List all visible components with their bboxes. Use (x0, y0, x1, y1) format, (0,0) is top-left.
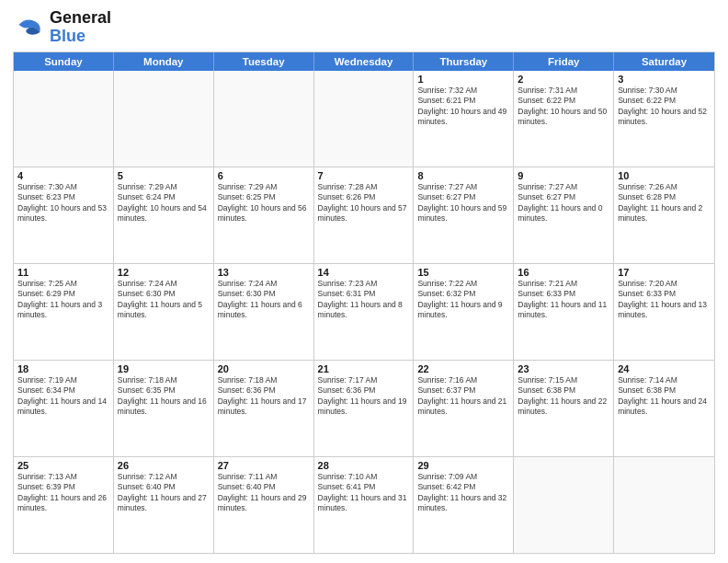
cal-cell: 19Sunrise: 7:18 AM Sunset: 6:35 PM Dayli… (114, 361, 214, 456)
day-info: Sunrise: 7:11 AM Sunset: 6:40 PM Dayligh… (218, 472, 310, 514)
day-number: 28 (318, 460, 410, 471)
cal-cell: 5Sunrise: 7:29 AM Sunset: 6:24 PM Daylig… (114, 167, 214, 263)
day-number: 17 (618, 267, 711, 278)
day-number: 2 (518, 74, 609, 85)
day-number: 8 (417, 170, 509, 181)
day-number: 25 (17, 460, 109, 471)
cal-cell: 16Sunrise: 7:21 AM Sunset: 6:33 PM Dayli… (514, 264, 614, 360)
day-header-monday: Monday (114, 52, 214, 71)
day-info: Sunrise: 7:16 AM Sunset: 6:37 PM Dayligh… (417, 375, 509, 418)
day-info: Sunrise: 7:18 AM Sunset: 6:36 PM Dayligh… (218, 375, 310, 418)
calendar-row-3: 18Sunrise: 7:19 AM Sunset: 6:34 PM Dayli… (14, 360, 714, 456)
day-info: Sunrise: 7:31 AM Sunset: 6:22 PM Dayligh… (518, 86, 609, 128)
cal-cell: 22Sunrise: 7:16 AM Sunset: 6:37 PM Dayli… (414, 361, 514, 456)
cal-cell (14, 71, 114, 167)
day-number: 5 (118, 170, 210, 181)
calendar-header-row: SundayMondayTuesdayWednesdayThursdayFrid… (14, 52, 714, 71)
cal-cell: 11Sunrise: 7:25 AM Sunset: 6:29 PM Dayli… (14, 264, 114, 360)
day-info: Sunrise: 7:19 AM Sunset: 6:34 PM Dayligh… (17, 375, 109, 418)
cal-cell: 8Sunrise: 7:27 AM Sunset: 6:27 PM Daylig… (414, 167, 514, 263)
day-info: Sunrise: 7:09 AM Sunset: 6:42 PM Dayligh… (417, 472, 509, 514)
cal-cell: 28Sunrise: 7:10 AM Sunset: 6:41 PM Dayli… (314, 457, 415, 553)
day-info: Sunrise: 7:26 AM Sunset: 6:28 PM Dayligh… (618, 182, 711, 224)
day-number: 1 (417, 74, 509, 85)
day-info: Sunrise: 7:14 AM Sunset: 6:38 PM Dayligh… (618, 375, 711, 418)
cal-cell: 7Sunrise: 7:28 AM Sunset: 6:26 PM Daylig… (314, 167, 415, 263)
calendar-row-1: 4Sunrise: 7:30 AM Sunset: 6:23 PM Daylig… (14, 167, 714, 263)
day-info: Sunrise: 7:23 AM Sunset: 6:31 PM Dayligh… (318, 279, 410, 321)
cal-cell: 26Sunrise: 7:12 AM Sunset: 6:40 PM Dayli… (114, 457, 214, 553)
cal-cell: 12Sunrise: 7:24 AM Sunset: 6:30 PM Dayli… (114, 264, 214, 360)
day-info: Sunrise: 7:30 AM Sunset: 6:22 PM Dayligh… (618, 86, 711, 128)
day-info: Sunrise: 7:20 AM Sunset: 6:33 PM Dayligh… (618, 279, 711, 321)
day-info: Sunrise: 7:21 AM Sunset: 6:33 PM Dayligh… (518, 279, 609, 321)
day-info: Sunrise: 7:13 AM Sunset: 6:39 PM Dayligh… (17, 472, 109, 514)
day-number: 3 (618, 74, 711, 85)
day-number: 15 (417, 267, 509, 278)
day-number: 6 (218, 170, 310, 181)
day-number: 27 (218, 460, 310, 471)
day-number: 11 (17, 267, 109, 278)
day-info: Sunrise: 7:27 AM Sunset: 6:27 PM Dayligh… (518, 182, 609, 224)
logo: General Blue (13, 9, 111, 46)
day-number: 18 (17, 363, 109, 374)
day-header-sunday: Sunday (14, 52, 114, 71)
calendar-body: 1Sunrise: 7:32 AM Sunset: 6:21 PM Daylig… (14, 71, 714, 553)
cal-cell: 6Sunrise: 7:29 AM Sunset: 6:25 PM Daylig… (214, 167, 314, 263)
cal-cell: 27Sunrise: 7:11 AM Sunset: 6:40 PM Dayli… (214, 457, 314, 553)
day-number: 19 (118, 363, 210, 374)
cal-cell: 10Sunrise: 7:26 AM Sunset: 6:28 PM Dayli… (614, 167, 714, 263)
day-info: Sunrise: 7:27 AM Sunset: 6:27 PM Dayligh… (417, 182, 509, 224)
page: General Blue SundayMondayTuesdayWednesda… (0, 0, 728, 563)
day-header-wednesday: Wednesday (314, 52, 415, 71)
day-number: 21 (318, 363, 410, 374)
day-number: 29 (417, 460, 509, 471)
day-info: Sunrise: 7:24 AM Sunset: 6:30 PM Dayligh… (118, 279, 210, 321)
day-info: Sunrise: 7:17 AM Sunset: 6:36 PM Dayligh… (318, 375, 410, 418)
day-header-friday: Friday (514, 52, 614, 71)
day-info: Sunrise: 7:32 AM Sunset: 6:21 PM Dayligh… (417, 86, 509, 128)
cal-cell: 18Sunrise: 7:19 AM Sunset: 6:34 PM Dayli… (14, 361, 114, 456)
day-number: 13 (218, 267, 310, 278)
day-info: Sunrise: 7:12 AM Sunset: 6:40 PM Dayligh… (118, 472, 210, 514)
day-number: 14 (318, 267, 410, 278)
cal-cell (614, 457, 714, 553)
day-header-tuesday: Tuesday (214, 52, 314, 71)
cal-cell (114, 71, 214, 167)
cal-cell: 24Sunrise: 7:14 AM Sunset: 6:38 PM Dayli… (614, 361, 714, 456)
cal-cell: 25Sunrise: 7:13 AM Sunset: 6:39 PM Dayli… (14, 457, 114, 553)
cal-cell (214, 71, 314, 167)
cal-cell: 3Sunrise: 7:30 AM Sunset: 6:22 PM Daylig… (614, 71, 714, 167)
day-number: 22 (417, 363, 509, 374)
day-info: Sunrise: 7:28 AM Sunset: 6:26 PM Dayligh… (318, 182, 410, 224)
day-info: Sunrise: 7:10 AM Sunset: 6:41 PM Dayligh… (318, 472, 410, 514)
cal-cell: 14Sunrise: 7:23 AM Sunset: 6:31 PM Dayli… (314, 264, 415, 360)
calendar-row-0: 1Sunrise: 7:32 AM Sunset: 6:21 PM Daylig… (14, 71, 714, 167)
day-info: Sunrise: 7:25 AM Sunset: 6:29 PM Dayligh… (17, 279, 109, 321)
day-info: Sunrise: 7:24 AM Sunset: 6:30 PM Dayligh… (218, 279, 310, 321)
cal-cell (314, 71, 415, 167)
calendar-row-2: 11Sunrise: 7:25 AM Sunset: 6:29 PM Dayli… (14, 263, 714, 360)
logo-icon (13, 11, 46, 44)
day-number: 16 (518, 267, 609, 278)
day-number: 23 (518, 363, 609, 374)
cal-cell: 9Sunrise: 7:27 AM Sunset: 6:27 PM Daylig… (514, 167, 614, 263)
header: General Blue (13, 9, 715, 46)
cal-cell: 4Sunrise: 7:30 AM Sunset: 6:23 PM Daylig… (14, 167, 114, 263)
day-number: 26 (118, 460, 210, 471)
cal-cell: 21Sunrise: 7:17 AM Sunset: 6:36 PM Dayli… (314, 361, 415, 456)
day-number: 9 (518, 170, 609, 181)
day-number: 12 (118, 267, 210, 278)
day-info: Sunrise: 7:18 AM Sunset: 6:35 PM Dayligh… (118, 375, 210, 418)
day-number: 4 (17, 170, 109, 181)
cal-cell: 2Sunrise: 7:31 AM Sunset: 6:22 PM Daylig… (514, 71, 614, 167)
cal-cell: 29Sunrise: 7:09 AM Sunset: 6:42 PM Dayli… (414, 457, 514, 553)
day-number: 24 (618, 363, 711, 374)
day-info: Sunrise: 7:29 AM Sunset: 6:25 PM Dayligh… (218, 182, 310, 224)
cal-cell: 20Sunrise: 7:18 AM Sunset: 6:36 PM Dayli… (214, 361, 314, 456)
cal-cell: 15Sunrise: 7:22 AM Sunset: 6:32 PM Dayli… (414, 264, 514, 360)
logo-text: General Blue (50, 9, 111, 46)
cal-cell: 23Sunrise: 7:15 AM Sunset: 6:38 PM Dayli… (514, 361, 614, 456)
day-info: Sunrise: 7:29 AM Sunset: 6:24 PM Dayligh… (118, 182, 210, 224)
day-info: Sunrise: 7:22 AM Sunset: 6:32 PM Dayligh… (417, 279, 509, 321)
